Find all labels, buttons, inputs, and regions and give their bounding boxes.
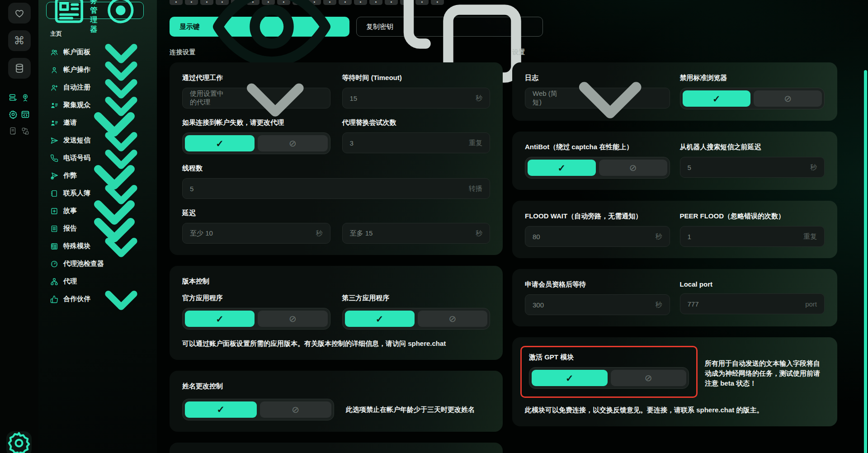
sidebar-item-label: 代理 (63, 277, 77, 286)
modules-icon (50, 242, 58, 250)
target-icon[interactable] (104, 0, 138, 28)
check-icon: ✓ (558, 163, 566, 173)
gauge-icon (50, 260, 58, 268)
check-icon: ✓ (712, 94, 721, 104)
official-app-label: 官方应用程序 (182, 294, 330, 302)
toggle-off-button[interactable]: ⊘ (754, 90, 822, 107)
toggle-on-button[interactable]: ✓ (532, 370, 608, 386)
disable-browser-toggle: ✓ ⊘ (680, 88, 825, 109)
send-plus-icon (50, 172, 58, 180)
peer-flood-input[interactable]: 1 重复 (680, 226, 825, 247)
delay-label: 延迟 (182, 209, 490, 217)
sidebar-menu: 帐户面板帐户操作自动注册聚集观众邀请发送短信电话号码作弊联系人簿故事报告特殊模块… (38, 43, 157, 308)
log-value: Web (简短) (533, 90, 558, 107)
copy-key-label: 复制密钥 (366, 23, 393, 31)
check-icon: ✓ (566, 373, 574, 383)
webcam-icon[interactable] (21, 93, 30, 102)
flood-wait-input[interactable]: 80 秒 (525, 226, 670, 247)
official-app-toggle: ✓ ⊘ (182, 308, 330, 330)
chevron-down-icon (558, 46, 662, 150)
toggle-off-button[interactable]: ⊘ (258, 135, 327, 151)
toggle-on-button[interactable]: ✓ (185, 135, 255, 151)
flood-panel: FLOOD WAIT（自动旁路，无需通知） 80 秒 PEER FLOOD（忽略… (512, 201, 837, 258)
member-wait-label: 申请会员资格后等待 (525, 280, 670, 289)
thumbs-up-icon (50, 295, 58, 303)
toggle-on-button[interactable]: ✓ (683, 90, 751, 107)
sidebar-item-label: 代理池检查器 (63, 260, 104, 268)
gpt-highlight-box: 激活 GPT 模块 ✓ ⊘ (520, 346, 698, 398)
local-port-input[interactable]: 777 port (680, 293, 825, 314)
toggle-on-button[interactable]: ✓ (185, 311, 255, 327)
block-icon: ⊘ (629, 163, 637, 172)
sms-delay-label: 从机器人搜索短信之前延迟 (680, 143, 825, 151)
phone-icon (50, 154, 58, 162)
toggle-on-button[interactable]: ✓ (345, 311, 415, 327)
server-check-icon[interactable] (9, 93, 18, 102)
gear-icon (6, 430, 32, 453)
member-wait-input[interactable]: 300 秒 (525, 294, 670, 315)
masked-key-char: • (385, 0, 398, 5)
threads-input[interactable]: 5 转播 (182, 178, 490, 199)
proxy-retry-input[interactable]: 3 重复 (342, 132, 491, 153)
send-icon (50, 137, 58, 145)
sidebar-item-label: 报告 (63, 224, 77, 233)
sidebar-item[interactable]: 合作伙伴 (38, 290, 157, 308)
third-party-app-toggle: ✓ ⊘ (342, 308, 491, 330)
swap-icon[interactable] (21, 127, 30, 136)
delay-min-input[interactable]: 至少 10 秒 (182, 223, 330, 244)
block-icon: ⊘ (289, 314, 297, 323)
rail-tile[interactable] (8, 58, 31, 79)
sidebar-item-label: 帐户面板 (63, 48, 90, 57)
toggle-on-button[interactable]: ✓ (185, 401, 257, 418)
show-key-button[interactable]: 显示键 (170, 17, 349, 37)
log-panel: 日志 Web (简短) 禁用标准浏览器 ✓ ⊘ (512, 62, 837, 121)
sidebar-item-label: 特殊模块 (63, 242, 90, 250)
gear-icon[interactable] (9, 110, 18, 119)
gpt-contact-note: 此模块可以免费连接，以交换反馈意见。要连接，请联系 sphere.chat 的版… (525, 405, 825, 415)
gpt-panel: 激活 GPT 模块 ✓ ⊘ 所有用于自动发送的文本输入字段将自动成为神经网络的任… (512, 337, 837, 426)
rail-top-tiles: ⌘ (8, 3, 31, 85)
telegram-web-panel: Telegram WEB 参数控制（仅限 Telegram Desktop） （… (170, 443, 503, 453)
toggle-on-button[interactable]: ✓ (528, 160, 596, 176)
doc-check-icon[interactable] (9, 127, 18, 136)
settings-tile[interactable] (6, 431, 32, 453)
check-icon: ✓ (217, 405, 225, 414)
report-icon (50, 225, 58, 233)
heart-icon (14, 8, 25, 19)
timeout-label: 等待时间 (Timeout) (342, 74, 491, 82)
contacts-icon (50, 189, 58, 198)
settings-column: 设置 日志 Web (简短) 禁用标准浏览器 ✓ ⊘ (512, 48, 837, 437)
sidebar-header-task-manager[interactable]: 任务管理器 (46, 2, 144, 19)
person-icon (50, 66, 58, 74)
toggle-off-button[interactable]: ⊘ (418, 311, 487, 327)
chevron-down-icon (95, 274, 147, 325)
toggle-off-button[interactable]: ⊘ (258, 311, 327, 327)
sms-delay-input[interactable]: 5 秒 (680, 157, 825, 178)
copy-key-button[interactable]: 复制密钥 (356, 17, 543, 37)
sidebar-item[interactable]: 特殊模块 (38, 237, 157, 255)
toggle-off-button[interactable]: ⊘ (611, 370, 687, 386)
sidebar-item-label: 帐户操作 (63, 66, 90, 74)
sidebar-item-label: 合作伙伴 (63, 295, 90, 303)
scrollbar-thumb[interactable] (864, 70, 867, 453)
rail-tile[interactable]: ⌘ (8, 30, 31, 51)
timeout-input[interactable]: 15 秒 (342, 88, 491, 109)
code-window-icon[interactable] (21, 110, 30, 119)
section-label-connection: 连接设置 (170, 48, 503, 57)
name-change-toggle: ✓ ⊘ (182, 399, 334, 420)
connection-panel: 通过代理工作 使用设置中的代理 等待时间 (Timeout) 15 秒 (170, 62, 503, 255)
log-select[interactable]: Web (简短) (525, 88, 670, 109)
proxy-mode-select[interactable]: 使用设置中的代理 (182, 88, 330, 109)
local-port-label: Local port (680, 280, 825, 288)
plus-square-icon (50, 207, 58, 215)
rail-tile[interactable] (8, 3, 31, 24)
name-change-panel: 姓名更改控制 ✓ ⊘ 此选项禁止在帐户年龄少于三天时更改姓名 (170, 371, 503, 432)
flood-wait-label: FLOOD WAIT（自动旁路，无需通知） (525, 212, 670, 221)
people-icon (50, 48, 58, 57)
version-control-panel: 版本控制 官方应用程序 ✓ ⊘ 第三方应用程序 ✓ ⊘ (170, 266, 503, 360)
toggle-off-button[interactable]: ⊘ (599, 160, 667, 176)
icon-rail: ⌘ (0, 0, 38, 453)
toggle-off-button[interactable]: ⊘ (260, 401, 332, 418)
delay-max-input[interactable]: 至多 15 秒 (342, 223, 491, 244)
rail-mid-icons (0, 93, 38, 136)
